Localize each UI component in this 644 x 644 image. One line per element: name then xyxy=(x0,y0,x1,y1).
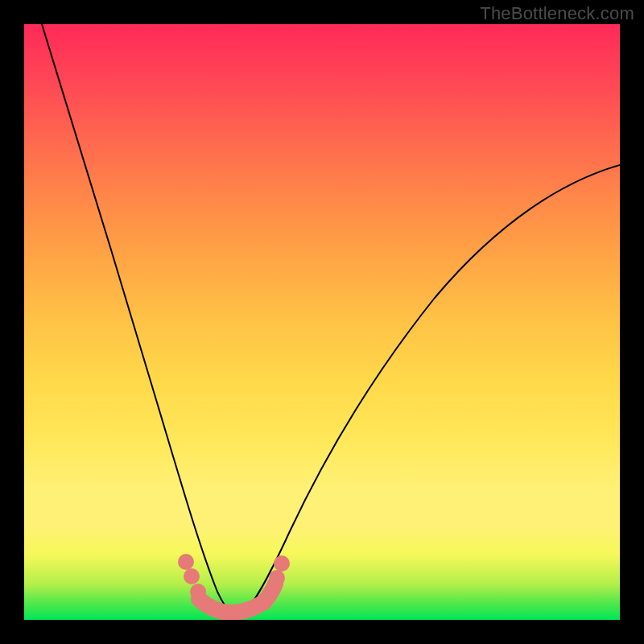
watermark-text: TheBottleneck.com xyxy=(480,3,634,24)
chart-svg xyxy=(24,24,620,620)
marker-dot xyxy=(269,570,285,586)
curve-right-branch xyxy=(240,165,620,615)
marker-dot xyxy=(184,568,200,584)
marker-dot xyxy=(274,555,290,572)
chart-plot-area xyxy=(24,24,620,620)
highlight-arc xyxy=(199,584,275,613)
chart-frame: TheBottleneck.com xyxy=(0,0,644,644)
marker-dot xyxy=(178,554,194,570)
curve-left-branch xyxy=(42,24,233,615)
marker-dot xyxy=(190,584,206,600)
